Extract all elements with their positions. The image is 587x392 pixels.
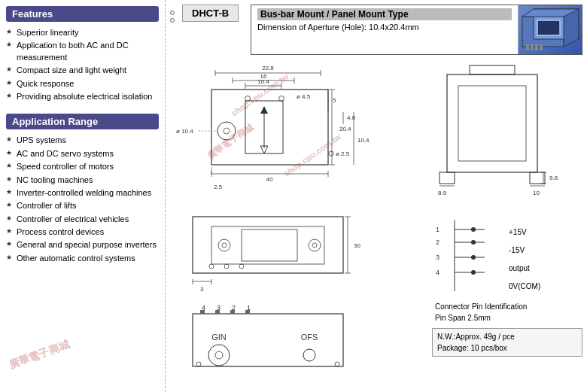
list-item: Compact size and light weight bbox=[6, 64, 159, 77]
nw-label: N.W.:Approx. 49g / pce bbox=[437, 331, 577, 342]
features-list: Superior linearity Application to both A… bbox=[6, 26, 159, 103]
svg-text:40: 40 bbox=[266, 176, 273, 183]
side-top-diagram-svg: 9.8 8.9 10 bbox=[432, 59, 579, 210]
connector-info-container: Connector Pin Identification Pin Span 2.… bbox=[432, 301, 582, 357]
bottom-left-diagram-svg: 30 3 bbox=[170, 213, 388, 299]
svg-rect-57 bbox=[242, 229, 297, 261]
pin-diagram-container: 1 2 3 bbox=[432, 216, 582, 295]
list-item: AC and DC servo systems bbox=[6, 147, 159, 160]
svg-text:4: 4 bbox=[436, 269, 439, 276]
pin-2-label: -15V bbox=[509, 246, 540, 254]
list-item: Quick response bbox=[6, 77, 159, 90]
top-bar: DHCT-B Bus-bar Mount / Panel Mount Type … bbox=[170, 5, 582, 55]
svg-point-83 bbox=[196, 362, 201, 366]
svg-point-56 bbox=[312, 243, 317, 248]
watermark: 廣華電子商城 bbox=[7, 338, 71, 372]
svg-rect-77 bbox=[245, 310, 250, 314]
diagrams-area: 22.8 16 10.4 bbox=[170, 59, 582, 389]
model-badge: DHCT-B bbox=[182, 5, 239, 22]
svg-text:10.4: 10.4 bbox=[257, 78, 269, 85]
list-item: Controller of lifts bbox=[6, 199, 159, 212]
left-panel: Features Superior linearity Application … bbox=[0, 0, 166, 392]
svg-point-53 bbox=[218, 239, 230, 251]
svg-text:GIN: GIN bbox=[211, 333, 227, 342]
list-item: General and special purpose inverters bbox=[6, 239, 159, 251]
svg-rect-87 bbox=[470, 65, 515, 74]
dimension-label: Dimension of Aperture (Hole): 10.4x20.4m… bbox=[257, 23, 512, 32]
list-item: Inverter-controlled welding machines bbox=[6, 187, 159, 199]
svg-text:22.8: 22.8 bbox=[262, 65, 274, 71]
svg-text:1: 1 bbox=[436, 226, 439, 233]
pin-1-label: +15V bbox=[509, 228, 540, 236]
svg-text:ø 2.5: ø 2.5 bbox=[336, 150, 350, 157]
list-item: Process control devices bbox=[6, 226, 159, 239]
right-panel: shop.cpu.com.tw 廣華電子商城 shop.cpu.com.tw D… bbox=[166, 0, 587, 392]
svg-point-84 bbox=[335, 362, 339, 366]
svg-text:2.5: 2.5 bbox=[214, 184, 223, 190]
features-header: Features bbox=[6, 6, 159, 22]
mount-type-container: Bus-bar Mount / Panel Mount Type Dimensi… bbox=[251, 5, 582, 55]
svg-text:ø 10.4: ø 10.4 bbox=[176, 128, 193, 135]
list-item: NC tooling machines bbox=[6, 174, 159, 187]
svg-rect-88 bbox=[439, 172, 455, 184]
svg-text:OFS: OFS bbox=[301, 333, 318, 342]
pin-span: Pin Span 2.5mm bbox=[435, 312, 582, 324]
package-label: Package: 10 pcs/box bbox=[437, 342, 577, 354]
svg-text:20.4: 20.4 bbox=[339, 126, 351, 132]
svg-marker-48 bbox=[260, 106, 268, 114]
list-item: Controller of electrical vehicles bbox=[6, 213, 159, 226]
svg-rect-6 bbox=[531, 44, 534, 50]
list-item: Superior linearity bbox=[6, 26, 159, 39]
svg-point-27 bbox=[279, 96, 284, 102]
svg-rect-76 bbox=[230, 310, 235, 314]
svg-point-60 bbox=[239, 264, 244, 269]
svg-point-26 bbox=[245, 96, 251, 102]
svg-point-80 bbox=[208, 345, 230, 366]
pin-diagram-svg: 1 2 3 bbox=[432, 216, 507, 295]
svg-rect-2 bbox=[537, 20, 560, 35]
dots bbox=[170, 11, 175, 23]
svg-point-59 bbox=[224, 264, 229, 269]
list-item: Providing absolute electrical isolation bbox=[6, 90, 159, 103]
svg-text:ø 4.5: ø 4.5 bbox=[297, 93, 311, 100]
svg-point-54 bbox=[222, 243, 227, 248]
svg-point-81 bbox=[215, 351, 223, 359]
svg-point-24 bbox=[224, 128, 230, 134]
product-photo bbox=[518, 5, 582, 54]
svg-text:10.4: 10.4 bbox=[357, 137, 370, 144]
diagrams-left: 22.8 16 10.4 bbox=[170, 59, 429, 389]
pin-4-label: 0V(COM) bbox=[509, 282, 540, 290]
svg-text:8.9: 8.9 bbox=[438, 190, 447, 196]
svg-text:5: 5 bbox=[333, 97, 336, 104]
pin-3-label: output bbox=[509, 264, 540, 272]
top-diagram-svg: 22.8 16 10.4 bbox=[170, 59, 388, 210]
application-header: Application Range bbox=[6, 114, 159, 129]
svg-text:3: 3 bbox=[436, 254, 439, 261]
svg-rect-74 bbox=[200, 310, 205, 314]
pin-labels: +15V -15V output 0V(COM) bbox=[507, 216, 540, 295]
svg-rect-8 bbox=[540, 44, 543, 50]
list-item: Other automatic control systems bbox=[6, 252, 159, 265]
svg-point-82 bbox=[303, 349, 315, 361]
connector-title: Connector Pin Identification bbox=[435, 301, 582, 312]
svg-text:30: 30 bbox=[354, 242, 360, 249]
svg-point-41 bbox=[329, 151, 333, 156]
svg-rect-52 bbox=[211, 226, 324, 264]
svg-text:3: 3 bbox=[200, 286, 204, 293]
svg-text:10: 10 bbox=[533, 190, 540, 196]
nw-box: N.W.:Approx. 49g / pce Package: 10 pcs/b… bbox=[432, 328, 582, 357]
svg-rect-86 bbox=[458, 86, 526, 161]
svg-text:9.8: 9.8 bbox=[549, 175, 558, 181]
application-list: UPS systems AC and DC servo systems Spee… bbox=[6, 134, 159, 265]
svg-rect-89 bbox=[530, 172, 545, 184]
svg-rect-7 bbox=[535, 44, 538, 50]
list-item: Application to both AC and DC measuremen… bbox=[6, 39, 159, 64]
svg-rect-5 bbox=[526, 44, 529, 50]
svg-point-55 bbox=[309, 239, 321, 251]
svg-point-23 bbox=[217, 122, 236, 140]
list-item: UPS systems bbox=[6, 134, 159, 147]
list-item: Speed controller of motors bbox=[6, 160, 159, 173]
svg-point-58 bbox=[209, 264, 214, 269]
mount-title: Bus-bar Mount / Panel Mount Type bbox=[257, 8, 512, 20]
diagrams-right: 9.8 8.9 10 1 bbox=[432, 59, 582, 389]
